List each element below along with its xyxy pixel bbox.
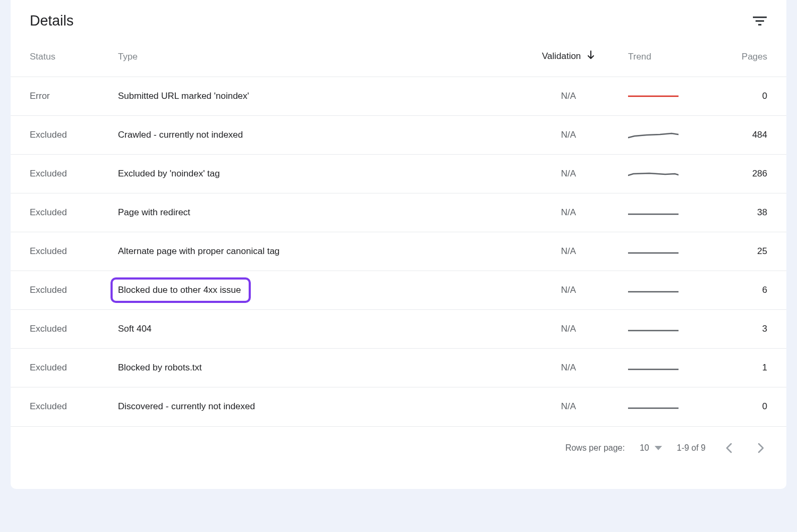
- cell-status: Excluded: [11, 232, 112, 271]
- cell-validation: N/A: [515, 310, 622, 349]
- highlight-box: Blocked due to other 4xx issue: [111, 277, 251, 303]
- svg-rect-2: [758, 24, 761, 26]
- details-card: Details Status Type Validation: [11, 0, 786, 489]
- filter-button[interactable]: [752, 14, 767, 29]
- cell-validation: N/A: [515, 193, 622, 232]
- table-row[interactable]: ExcludedExcluded by 'noindex' tagN/A286: [11, 155, 786, 193]
- caret-down-icon: [655, 446, 662, 450]
- col-header-status[interactable]: Status: [11, 41, 112, 77]
- cell-pages: 1: [712, 349, 786, 387]
- rows-per-page-label: Rows per page:: [565, 443, 625, 453]
- sparkline-icon: [628, 321, 679, 337]
- table-row[interactable]: ExcludedCrawled - currently not indexedN…: [11, 116, 786, 155]
- table-header-row: Status Type Validation Trend Pages: [11, 41, 786, 77]
- sparkline-icon: [628, 127, 679, 143]
- cell-trend: [622, 349, 712, 387]
- cell-validation: N/A: [515, 387, 622, 426]
- cell-pages: 6: [712, 271, 786, 310]
- table-row[interactable]: ExcludedAlternate page with proper canon…: [11, 232, 786, 271]
- details-table: Status Type Validation Trend Pages Error…: [11, 41, 786, 426]
- next-page-button[interactable]: [752, 440, 769, 457]
- col-header-type[interactable]: Type: [112, 41, 515, 77]
- cell-validation: N/A: [515, 271, 622, 310]
- sparkline-icon: [628, 166, 679, 182]
- table-row[interactable]: ExcludedDiscovered - currently not index…: [11, 387, 786, 426]
- table-row[interactable]: ExcludedBlocked by robots.txtN/A1: [11, 349, 786, 387]
- col-header-status-label: Status: [30, 52, 55, 62]
- cell-status: Excluded: [11, 310, 112, 349]
- cell-trend: [622, 116, 712, 155]
- svg-rect-1: [756, 20, 764, 22]
- cell-pages: 25: [712, 232, 786, 271]
- chevron-right-icon: [758, 443, 764, 453]
- sparkline-icon: [628, 399, 679, 415]
- cell-trend: [622, 193, 712, 232]
- cell-validation: N/A: [515, 232, 622, 271]
- cell-type: Soft 404: [112, 310, 515, 349]
- col-header-validation[interactable]: Validation: [515, 41, 622, 77]
- sparkline-icon: [628, 88, 679, 104]
- table-row[interactable]: ExcludedPage with redirectN/A38: [11, 193, 786, 232]
- rows-per-page-value: 10: [640, 443, 649, 453]
- col-header-trend[interactable]: Trend: [622, 41, 712, 77]
- table-row[interactable]: ExcludedSoft 404N/A3: [11, 310, 786, 349]
- cell-pages: 484: [712, 116, 786, 155]
- cell-pages: 286: [712, 155, 786, 193]
- prev-page-button[interactable]: [720, 440, 737, 457]
- page-title: Details: [30, 13, 74, 29]
- sparkline-icon: [628, 282, 679, 298]
- pagination-range: 1-9 of 9: [677, 443, 706, 453]
- cell-status: Excluded: [11, 193, 112, 232]
- cell-status: Excluded: [11, 155, 112, 193]
- cell-status: Excluded: [11, 349, 112, 387]
- cell-status: Excluded: [11, 387, 112, 426]
- cell-validation: N/A: [515, 155, 622, 193]
- cell-trend: [622, 271, 712, 310]
- cell-type: Crawled - currently not indexed: [112, 116, 515, 155]
- cell-type: Excluded by 'noindex' tag: [112, 155, 515, 193]
- table-body: ErrorSubmitted URL marked 'noindex'N/A0E…: [11, 77, 786, 426]
- cell-type: Discovered - currently not indexed: [112, 387, 515, 426]
- cell-status: Error: [11, 77, 112, 116]
- cell-trend: [622, 232, 712, 271]
- cell-type: Submitted URL marked 'noindex': [112, 77, 515, 116]
- cell-pages: 38: [712, 193, 786, 232]
- cell-trend: [622, 155, 712, 193]
- cell-validation: N/A: [515, 349, 622, 387]
- cell-validation: N/A: [515, 116, 622, 155]
- cell-status: Excluded: [11, 116, 112, 155]
- cell-validation: N/A: [515, 77, 622, 116]
- table-row[interactable]: ExcludedBlocked due to other 4xx issueN/…: [11, 271, 786, 310]
- table-footer: Rows per page: 10 1-9 of 9: [11, 426, 786, 462]
- col-header-type-label: Type: [118, 52, 138, 62]
- cell-status: Excluded: [11, 271, 112, 310]
- chevron-left-icon: [726, 443, 732, 453]
- cell-pages: 0: [712, 77, 786, 116]
- card-header: Details: [11, 4, 786, 41]
- rows-per-page-select[interactable]: 10: [640, 443, 662, 453]
- col-header-pages[interactable]: Pages: [712, 41, 786, 77]
- cell-trend: [622, 310, 712, 349]
- cell-pages: 3: [712, 310, 786, 349]
- cell-type: Page with redirect: [112, 193, 515, 232]
- cell-type: Alternate page with proper canonical tag: [112, 232, 515, 271]
- col-header-pages-label: Pages: [742, 52, 767, 62]
- cell-trend: [622, 387, 712, 426]
- filter-icon: [753, 16, 767, 26]
- cell-pages: 0: [712, 387, 786, 426]
- col-header-trend-label: Trend: [628, 52, 651, 62]
- col-header-validation-label: Validation: [542, 51, 581, 61]
- sparkline-icon: [628, 243, 679, 259]
- cell-type: Blocked by robots.txt: [112, 349, 515, 387]
- cell-type: Blocked due to other 4xx issue: [112, 271, 515, 310]
- svg-rect-0: [753, 16, 767, 18]
- sparkline-icon: [628, 205, 679, 221]
- arrow-down-icon: [587, 50, 595, 63]
- table-row[interactable]: ErrorSubmitted URL marked 'noindex'N/A0: [11, 77, 786, 116]
- cell-trend: [622, 77, 712, 116]
- sparkline-icon: [628, 360, 679, 376]
